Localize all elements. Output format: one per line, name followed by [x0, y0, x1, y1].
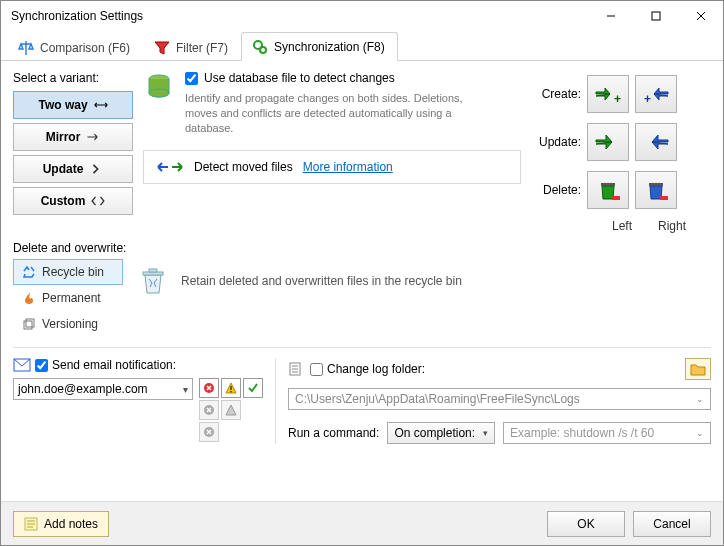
folder-icon: [690, 362, 706, 376]
log-path-value: C:\Users\Zenju\AppData\Roaming\FreeFileS…: [295, 392, 580, 406]
update-left-button[interactable]: [587, 123, 629, 161]
warning-dim-icon: [225, 404, 237, 416]
tab-label: Comparison (F6): [40, 41, 130, 55]
svg-rect-12: [649, 183, 663, 186]
variant-label: Custom: [41, 194, 86, 208]
svg-rect-14: [24, 321, 32, 329]
more-information-link[interactable]: More information: [303, 160, 393, 174]
tab-filter[interactable]: Filter (F7): [143, 33, 241, 61]
email-label: Send email notification:: [52, 358, 176, 372]
minimize-button[interactable]: [588, 1, 633, 31]
delete-description-text: Retain deleted and overwritten files in …: [181, 274, 462, 288]
arrow-right-icon: [594, 131, 622, 153]
status-warning-button[interactable]: [221, 378, 241, 398]
delete-left-button[interactable]: [587, 171, 629, 209]
recycle-bin-icon: [137, 265, 169, 297]
log-checkbox-row[interactable]: Change log folder:: [310, 362, 425, 376]
versioning-icon: [22, 317, 36, 331]
delete-tab-versioning[interactable]: Versioning: [13, 311, 123, 337]
create-right-button[interactable]: +: [635, 75, 677, 113]
browse-folder-button[interactable]: [685, 358, 711, 380]
title-bar: Synchronization Settings: [1, 1, 723, 31]
recycle-bin-blue-icon: [644, 178, 668, 202]
command-row: Run a command: On completion: ▾ Example:…: [288, 422, 711, 444]
maximize-button[interactable]: [633, 1, 678, 31]
tab-synchronization[interactable]: Synchronization (F8): [241, 32, 398, 61]
update-right-button[interactable]: [635, 123, 677, 161]
cancel-label: Cancel: [653, 517, 690, 531]
svg-rect-13: [660, 196, 668, 200]
flame-icon: [22, 291, 36, 305]
log-command-column: Change log folder: C:\Users\Zenju\AppDat…: [275, 358, 711, 444]
variant-update[interactable]: Update: [13, 155, 133, 183]
email-value: john.doe@example.com: [18, 382, 148, 396]
tab-comparison[interactable]: Comparison (F6): [7, 33, 143, 61]
tab-strip: Comparison (F6) Filter (F7) Synchronizat…: [1, 31, 723, 61]
funnel-icon: [154, 40, 170, 56]
separator: [13, 347, 711, 348]
lower-section: Send email notification: john.doe@exampl…: [13, 358, 711, 444]
delete-right-button[interactable]: [635, 171, 677, 209]
arrow-right-plus-icon: +: [594, 83, 622, 105]
svg-rect-20: [230, 391, 231, 392]
chevron-down-icon: ⌄: [696, 428, 704, 438]
log-checkbox[interactable]: [310, 363, 323, 376]
svg-text:+: +: [614, 92, 621, 105]
delete-overwrite-header: Delete and overwrite:: [13, 241, 711, 255]
delete-tab-label: Permanent: [42, 291, 101, 305]
email-field[interactable]: john.doe@example.com ▾: [13, 378, 193, 400]
status-error-dim-button[interactable]: [199, 400, 219, 420]
detect-moved-box: Detect moved files More information: [143, 150, 521, 184]
delete-tab-label: Versioning: [42, 317, 98, 331]
close-button[interactable]: [678, 1, 723, 31]
status-warning-dim-button[interactable]: [221, 400, 241, 420]
check-icon: [247, 382, 259, 394]
variant-custom[interactable]: Custom: [13, 187, 133, 215]
use-database-label: Use database file to detect changes: [204, 71, 395, 85]
angle-brackets-icon: [91, 196, 105, 206]
svg-rect-19: [230, 386, 231, 390]
command-input[interactable]: Example: shutdown /s /t 60 ⌄: [503, 422, 711, 444]
variant-header: Select a variant:: [13, 71, 133, 85]
tab-label: Filter (F7): [176, 41, 228, 55]
right-label: Right: [658, 219, 686, 233]
chevron-down-icon: ▾: [183, 384, 188, 395]
svg-rect-1: [652, 12, 660, 20]
variant-label: Update: [43, 162, 84, 176]
use-database-checkbox-row[interactable]: Use database file to detect changes: [185, 71, 521, 85]
arrow-left-icon: [642, 131, 670, 153]
variant-two-way[interactable]: Two way: [13, 91, 133, 119]
update-row: Update:: [531, 123, 711, 161]
log-path-field[interactable]: C:\Users\Zenju\AppData\Roaming\FreeFileS…: [288, 388, 711, 410]
email-checkbox[interactable]: [35, 359, 48, 372]
error-dim-icon: [203, 404, 215, 416]
command-label: Run a command:: [288, 426, 379, 440]
tab-label: Synchronization (F8): [274, 40, 385, 54]
delete-tab-permanent[interactable]: Permanent: [13, 285, 123, 311]
use-database-checkbox[interactable]: [185, 72, 198, 85]
gears-icon: [252, 39, 268, 55]
right-arrow-icon: [86, 132, 100, 142]
cancel-button[interactable]: Cancel: [633, 511, 711, 537]
ok-button[interactable]: OK: [547, 511, 625, 537]
command-when-dropdown[interactable]: On completion: ▾: [387, 422, 495, 444]
chevron-right-icon: [89, 164, 103, 174]
delete-tabs: Recycle bin Permanent Versioning: [13, 259, 123, 337]
email-status-grid: [199, 378, 263, 442]
create-left-button[interactable]: +: [587, 75, 629, 113]
variant-mirror[interactable]: Mirror: [13, 123, 133, 151]
delete-row: Delete:: [531, 171, 711, 209]
log-icon: [288, 361, 304, 377]
add-notes-button[interactable]: Add notes: [13, 511, 109, 537]
status-error-button[interactable]: [199, 378, 219, 398]
delete-tab-recycle[interactable]: Recycle bin: [13, 259, 123, 285]
main-panel: Select a variant: Two way Mirror Update …: [1, 61, 723, 501]
update-label: Update:: [531, 135, 581, 149]
status-error-dim2-button[interactable]: [199, 422, 219, 442]
error-icon: [203, 382, 215, 394]
recycle-bin-green-icon: [596, 178, 620, 202]
email-checkbox-row[interactable]: Send email notification:: [35, 358, 176, 372]
delete-tab-label: Recycle bin: [42, 265, 104, 279]
status-success-button[interactable]: [243, 378, 263, 398]
scales-icon: [18, 40, 34, 56]
